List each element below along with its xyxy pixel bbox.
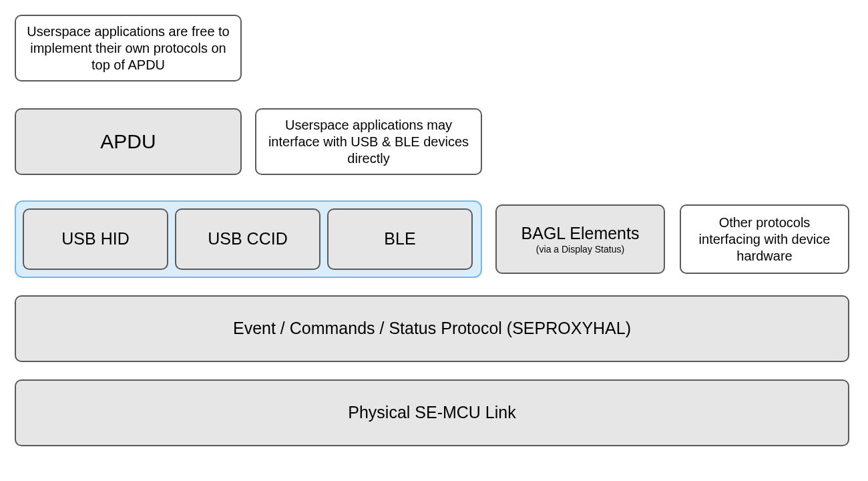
block-usb-hid-label: USB HID <box>61 228 129 249</box>
block-usb-ccid: USB CCID <box>175 208 320 270</box>
diagram-canvas: Userspace applications are free to imple… <box>0 0 868 481</box>
block-seproxyhal: Event / Commands / Status Protocol (SEPR… <box>15 295 849 362</box>
note-other-protocols: Other protocols interfacing with device … <box>680 204 849 274</box>
note-usb-ble-userspace-text: Userspace applications may interface wit… <box>263 117 474 167</box>
note-apdu-userspace: Userspace applications are free to imple… <box>15 15 242 82</box>
note-apdu-userspace-text: Userspace applications are free to imple… <box>23 23 234 73</box>
note-usb-ble-userspace: Userspace applications may interface wit… <box>255 108 482 175</box>
block-ble: BLE <box>327 208 473 270</box>
block-apdu-label: APDU <box>100 129 156 154</box>
block-seproxyhal-label: Event / Commands / Status Protocol (SEPR… <box>233 318 631 339</box>
block-usb-ccid-label: USB CCID <box>208 228 287 249</box>
note-other-protocols-text: Other protocols interfacing with device … <box>688 214 841 265</box>
block-bagl-label: BAGL Elements <box>521 223 640 244</box>
block-bagl: BAGL Elements (via a Display Status) <box>495 204 665 274</box>
block-ble-label: BLE <box>384 228 415 249</box>
block-apdu: APDU <box>15 108 242 175</box>
block-physical-link: Physical SE-MCU Link <box>15 379 849 446</box>
block-physical-link-label: Physical SE-MCU Link <box>348 402 515 423</box>
block-bagl-sublabel: (via a Display Status) <box>536 244 624 256</box>
block-usb-hid: USB HID <box>23 208 168 270</box>
